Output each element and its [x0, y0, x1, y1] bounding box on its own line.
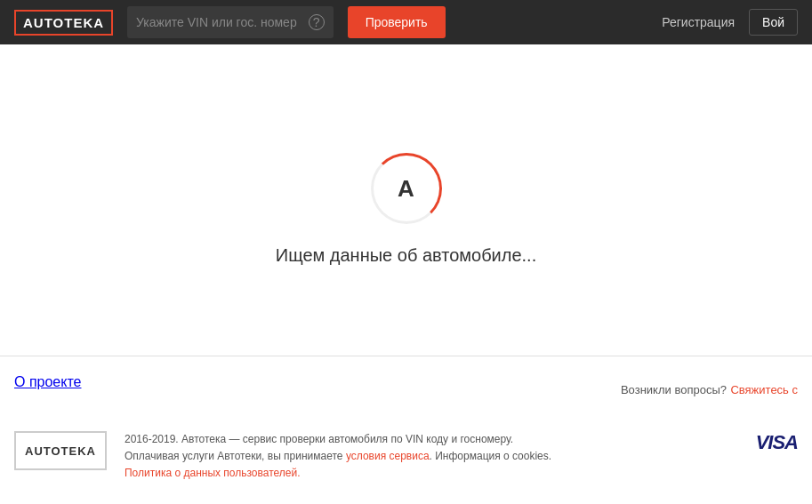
footer-desc-part2: Оплачивая услуги Автотеки, вы принимаете [125, 450, 346, 462]
privacy-link[interactable]: Политика о данных пользователей. [125, 467, 301, 479]
footer-bottom: AUTOTEKA 2016-2019. Автотека — сервис пр… [14, 417, 798, 497]
spinner-letter: A [398, 174, 414, 202]
header: AUTOTEKA ? Проверить Регистрация Вой [0, 0, 812, 44]
footer-questions-area: Возникли вопросы? Свяжитесь с [621, 381, 798, 397]
terms-link[interactable]: условия сервиса [346, 450, 430, 462]
logo[interactable]: AUTOTEKA [14, 10, 113, 36]
loading-spinner: A [371, 153, 442, 224]
footer-top-row: О проекте Возникли вопросы? Свяжитесь с [14, 374, 798, 417]
about-link[interactable]: О проекте [14, 374, 81, 404]
help-icon[interactable]: ? [309, 14, 325, 30]
contact-link[interactable]: Свяжитесь с [730, 383, 798, 396]
footer-right: VISA [756, 431, 798, 454]
login-button[interactable]: Вой [749, 9, 798, 36]
footer: О проекте Возникли вопросы? Свяжитесь с … [0, 356, 812, 497]
footer-logo: AUTOTEKA [14, 431, 107, 470]
search-area: ? [127, 6, 334, 38]
visa-logo: VISA [756, 431, 798, 454]
check-button[interactable]: Проверить [348, 6, 446, 38]
main-content: A Ищем данные об автомобиле... [0, 44, 812, 356]
footer-description: 2016-2019. Автотека — сервис проверки ав… [125, 431, 738, 483]
search-input[interactable] [136, 15, 301, 29]
footer-desc-part1: 2016-2019. Автотека — сервис проверки ав… [125, 433, 513, 445]
cookies-text: . Информация о cookies. [430, 450, 552, 462]
register-button[interactable]: Регистрация [662, 15, 735, 29]
questions-text: Возникли вопросы? [621, 383, 727, 396]
loading-text: Ищем данные об автомобиле... [276, 245, 536, 266]
